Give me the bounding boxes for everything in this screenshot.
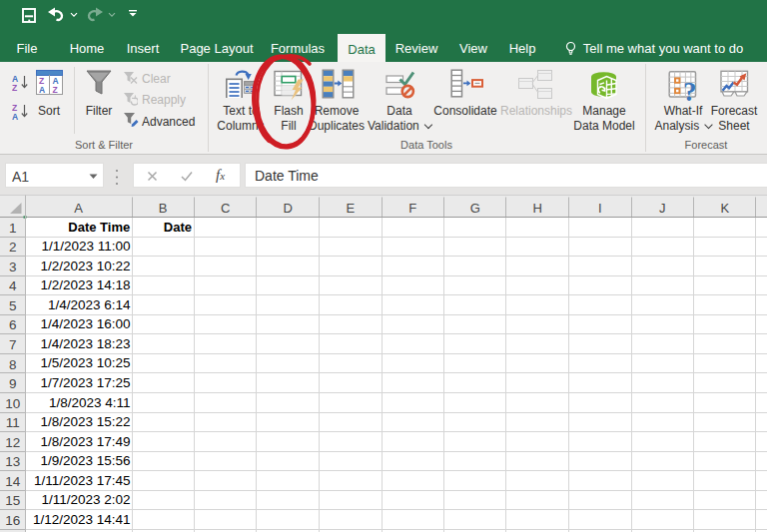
svg-text:6: 6 xyxy=(9,317,17,332)
svg-text:1/4/2023 6:14: 1/4/2023 6:14 xyxy=(48,297,131,312)
svg-text:1/5/2023 10:25: 1/5/2023 10:25 xyxy=(40,355,130,370)
svg-text:5: 5 xyxy=(9,298,17,313)
svg-text:1/4/2023 16:00: 1/4/2023 16:00 xyxy=(40,316,130,331)
svg-text:13: 13 xyxy=(5,454,20,469)
svg-text:D: D xyxy=(284,201,293,216)
svg-text:7: 7 xyxy=(9,337,17,352)
svg-text:I: I xyxy=(598,201,602,216)
svg-text:B: B xyxy=(159,201,168,216)
svg-text:1/2/2023 14:18: 1/2/2023 14:18 xyxy=(40,277,130,292)
svg-text:4: 4 xyxy=(9,278,17,293)
svg-text:G: G xyxy=(470,201,480,216)
svg-text:1: 1 xyxy=(9,221,17,236)
svg-text:Date: Date xyxy=(164,220,192,235)
svg-text:E: E xyxy=(346,201,355,216)
svg-text:1/11/2023 17:45: 1/11/2023 17:45 xyxy=(34,473,131,488)
svg-text:A: A xyxy=(39,85,45,95)
svg-text:12: 12 xyxy=(5,435,20,450)
svg-text:C: C xyxy=(221,201,230,216)
svg-text:9: 9 xyxy=(9,376,17,391)
svg-text:10: 10 xyxy=(5,396,20,411)
svg-text:H: H xyxy=(533,201,542,216)
svg-text:1/11/2023 2:02: 1/11/2023 2:02 xyxy=(41,492,130,507)
svg-text:11: 11 xyxy=(6,415,20,430)
svg-text:1/1/2023 11:00: 1/1/2023 11:00 xyxy=(41,239,130,254)
svg-text:8: 8 xyxy=(9,357,17,372)
svg-text:15: 15 xyxy=(5,493,20,508)
svg-text:2: 2 xyxy=(9,240,17,255)
svg-text:1/8/2023 17:49: 1/8/2023 17:49 xyxy=(40,434,130,449)
svg-text:3: 3 xyxy=(9,260,17,274)
svg-text:J: J xyxy=(659,201,666,216)
svg-text:1/8/2023 15:22: 1/8/2023 15:22 xyxy=(40,414,130,429)
svg-text:14: 14 xyxy=(5,474,21,489)
svg-text:Date Time: Date Time xyxy=(68,220,130,235)
svg-text:F: F xyxy=(408,201,416,216)
svg-text:Z: Z xyxy=(12,83,17,92)
svg-text:1/9/2023 15:56: 1/9/2023 15:56 xyxy=(40,453,130,468)
svg-text:1/8/2023 4:11: 1/8/2023 4:11 xyxy=(49,395,131,410)
svg-text:A: A xyxy=(12,112,18,121)
svg-text:1/4/2023 18:23: 1/4/2023 18:23 xyxy=(40,336,130,351)
svg-text:1/12/2023 14:41: 1/12/2023 14:41 xyxy=(33,512,131,527)
svg-text:?: ? xyxy=(683,77,697,106)
svg-text:A: A xyxy=(74,201,83,216)
svg-text:K: K xyxy=(720,201,729,216)
svg-text:1/2/2023 10:22: 1/2/2023 10:22 xyxy=(40,259,130,273)
svg-text:16: 16 xyxy=(5,513,20,528)
svg-text:Z: Z xyxy=(53,85,58,95)
svg-text:1/7/2023 17:25: 1/7/2023 17:25 xyxy=(40,375,130,390)
